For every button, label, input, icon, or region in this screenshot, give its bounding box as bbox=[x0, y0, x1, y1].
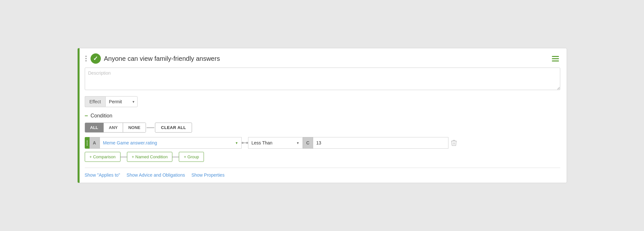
add-group-label: + Group bbox=[184, 154, 199, 159]
show-applies-to-link[interactable]: Show "Applies to" bbox=[85, 172, 120, 178]
value-badge: C bbox=[303, 137, 313, 149]
status-check-icon: ✓ bbox=[91, 53, 101, 64]
description-textarea[interactable] bbox=[85, 68, 560, 90]
trash-icon bbox=[451, 140, 457, 146]
add-connector-1 bbox=[120, 157, 127, 157]
operator-select-wrapper: Less Than Greater Than Equal To Not Equa… bbox=[248, 137, 303, 149]
property-select[interactable]: Meme Game answer.rating bbox=[100, 137, 242, 149]
delete-condition-button[interactable] bbox=[448, 138, 459, 147]
toggle-none[interactable]: NONE bbox=[123, 123, 146, 132]
value-input[interactable] bbox=[313, 137, 448, 149]
header-row: ✓ Anyone can view family-friendly answer… bbox=[85, 53, 560, 64]
condition-row: A Meme Game answer.rating Less Than Grea… bbox=[85, 137, 560, 149]
condition-collapse-icon[interactable]: − bbox=[85, 113, 88, 119]
condition-toggle-group: ALL ANY NONE bbox=[85, 123, 146, 133]
row-letter-badge: A bbox=[90, 137, 100, 149]
rule-title: Anyone can view family-friendly answers bbox=[104, 55, 220, 62]
clear-all-button[interactable]: CLEAR ALL bbox=[155, 123, 192, 133]
condition-controls: ALL ANY NONE CLEAR ALL bbox=[85, 123, 560, 133]
add-named-condition-label: + Named Condition bbox=[132, 154, 168, 159]
add-named-condition-button[interactable]: + Named Condition bbox=[127, 152, 173, 162]
property-select-wrapper: Meme Game answer.rating bbox=[100, 137, 242, 149]
operator-select[interactable]: Less Than Greater Than Equal To Not Equa… bbox=[248, 137, 303, 149]
section-divider bbox=[85, 168, 560, 168]
show-advice-obligations-link[interactable]: Show Advice and Obligations bbox=[127, 172, 185, 178]
rule-card: ✓ Anyone can view family-friendly answer… bbox=[77, 48, 567, 183]
row-drag-handle[interactable] bbox=[85, 137, 90, 149]
add-comparison-label: + Comparison bbox=[90, 154, 116, 159]
show-properties-link[interactable]: Show Properties bbox=[191, 172, 225, 178]
row-connector bbox=[242, 143, 248, 143]
footer-links: Show "Applies to" Show Advice and Obliga… bbox=[85, 172, 560, 178]
add-group-button[interactable]: + Group bbox=[179, 152, 204, 162]
condition-header: − Condition bbox=[85, 113, 560, 119]
effect-row: Effect Permit Deny bbox=[85, 96, 560, 107]
effect-label: Effect bbox=[85, 96, 106, 107]
toggle-all[interactable]: ALL bbox=[85, 123, 104, 132]
add-buttons-row: + Comparison + Named Condition + Group bbox=[85, 152, 560, 162]
add-comparison-button[interactable]: + Comparison bbox=[85, 152, 120, 162]
connector-line bbox=[147, 127, 154, 128]
header-left: ✓ Anyone can view family-friendly answer… bbox=[85, 53, 220, 64]
toggle-any[interactable]: ANY bbox=[104, 123, 123, 132]
effect-select-wrapper: Permit Deny bbox=[105, 96, 138, 107]
effect-select[interactable]: Permit Deny bbox=[105, 96, 138, 107]
drag-handle[interactable] bbox=[85, 55, 87, 62]
condition-title: Condition bbox=[91, 113, 112, 119]
add-connector-2 bbox=[172, 157, 179, 157]
card-left-accent bbox=[78, 48, 80, 183]
menu-icon[interactable] bbox=[551, 55, 560, 63]
